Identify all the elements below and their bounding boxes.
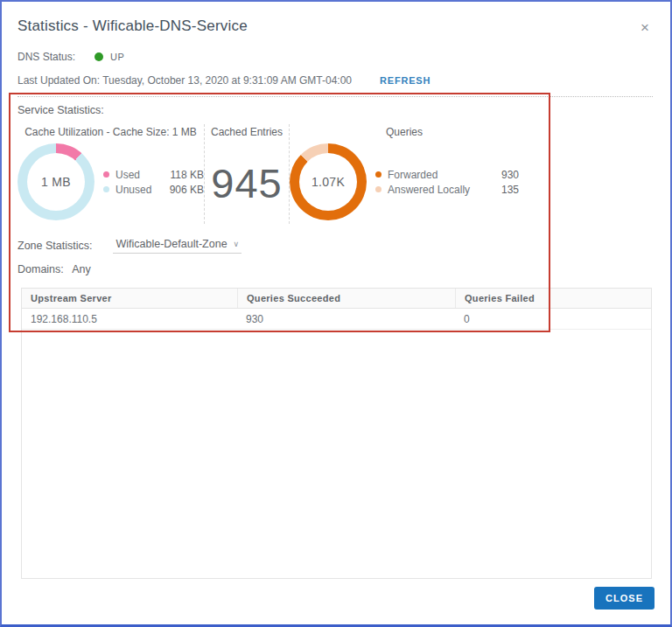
cell-queries-failed: 0 [455, 309, 651, 329]
legend-item-forwarded: Forwarded 930 [375, 169, 519, 181]
cell-upstream-server: 192.168.110.5 [22, 309, 237, 329]
close-button[interactable]: CLOSE [594, 587, 654, 610]
domains-value: Any [72, 263, 91, 275]
queries-panel: Queries 1.07K Forwarded 930 Answere [290, 122, 519, 226]
service-statistics-label: Service Statistics: [18, 104, 653, 116]
refresh-button[interactable]: REFRESH [380, 75, 430, 86]
cached-entries-value: 945 [211, 159, 282, 207]
zone-statistics-label: Zone Statistics: [18, 240, 92, 252]
domains-row: Domains: Any [18, 263, 653, 275]
service-statistics-panels: Cache Utilization - Cache Size: 1 MB 1 M… [18, 122, 653, 226]
zone-statistics-row: Zone Statistics: Wificable-Default-Zone … [18, 237, 653, 254]
status-up-dot-icon [94, 52, 103, 61]
forwarded-dot-icon [375, 171, 382, 178]
zone-selected-value: Wificable-Default-Zone [116, 238, 227, 250]
last-updated-row: Last Updated On: Tuesday, October 13, 20… [18, 74, 653, 97]
last-updated-text: Last Updated On: Tuesday, October 13, 20… [18, 74, 352, 87]
legend-item-answered-locally: Answered Locally 135 [375, 184, 519, 196]
queries-title: Queries [290, 122, 519, 138]
legend-item-unused: Unused 906 KB [103, 184, 204, 196]
close-icon[interactable]: × [637, 18, 653, 37]
chevron-down-icon: ∨ [234, 240, 240, 248]
dialog-title: Statistics - Wificable-DNS-Service [18, 17, 248, 35]
dns-status-row: DNS Status: UP [18, 51, 653, 63]
cache-utilization-legend: Used 118 KB Unused 906 KB [103, 166, 204, 199]
table-header: Upstream Server Queries Succeeded Querie… [22, 289, 651, 309]
dns-status-label: DNS Status: [18, 51, 75, 63]
cached-entries-title: Cached Entries [211, 122, 283, 138]
legend-item-used: Used 118 KB [103, 169, 204, 181]
domains-label: Domains: [18, 263, 64, 275]
cached-entries-panel: Cached Entries 945 [205, 122, 289, 226]
zone-select-dropdown[interactable]: Wificable-Default-Zone ∨ [113, 237, 242, 254]
dns-status-value: UP [110, 52, 124, 62]
cache-utilization-title: Cache Utilization - Cache Size: 1 MB [18, 122, 204, 138]
used-dot-icon [103, 171, 109, 178]
cache-utilization-panel: Cache Utilization - Cache Size: 1 MB 1 M… [18, 122, 204, 226]
upstream-server-table: Upstream Server Queries Succeeded Querie… [21, 288, 652, 579]
cache-utilization-donut-chart: 1 MB [18, 143, 94, 220]
statistics-dialog: Statistics - Wificable-DNS-Service × DNS… [0, 0, 672, 627]
dialog-header: Statistics - Wificable-DNS-Service × [18, 2, 653, 37]
table-row: 192.168.110.5 930 0 [22, 309, 651, 330]
column-header-queries-failed: Queries Failed [455, 289, 651, 308]
unused-dot-icon [103, 186, 109, 192]
column-header-upstream-server: Upstream Server [22, 289, 237, 308]
queries-donut-center-label: 1.07K [299, 153, 357, 211]
cell-queries-succeeded: 930 [237, 309, 455, 329]
cache-donut-center-label: 1 MB [27, 153, 85, 211]
answered-locally-dot-icon [375, 186, 382, 192]
column-header-queries-succeeded: Queries Succeeded [237, 289, 455, 308]
queries-donut-chart: 1.07K [290, 143, 367, 220]
queries-legend: Forwarded 930 Answered Locally 135 [375, 166, 519, 199]
